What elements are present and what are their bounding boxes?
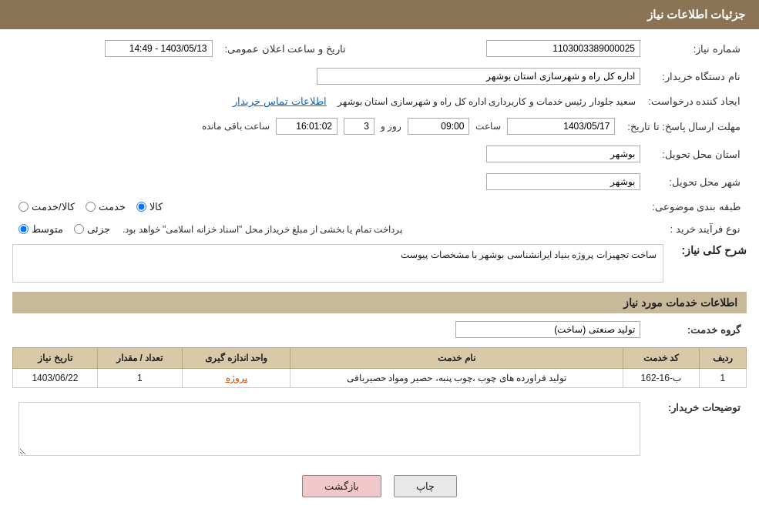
category-khedmat-radio[interactable] [86,202,96,212]
province-label: استان محل تحویل: [646,142,747,166]
creator-label: ایجاد کننده درخواست: [642,92,747,110]
service-group-label: گروه خدمت: [646,318,747,341]
deadline-time-label: ساعت [475,121,501,132]
purchase-motavaset-label: متوسط [32,223,63,235]
purchase-jozi-label: جزئی [87,223,110,235]
cell-date: 1403/06/22 [13,369,98,388]
service-table: ردیف کد خدمت نام خدمت واحد اندازه گیری ت… [12,347,747,388]
cell-code: ب-16-162 [623,369,699,388]
buyer-desc-textarea[interactable] [18,402,640,456]
purchase-jozi-option[interactable]: جزئی [74,223,110,235]
deadline-remaining-input[interactable] [276,118,338,135]
description-box: ساخت تجهیزات پروژه بنیاد ایرانشناسی بوشه… [12,244,663,283]
cell-name: تولید فراورده های چوب ،چوب پنبه، حصیر وم… [291,369,623,388]
need-number-label: شماره نیاز: [646,37,747,60]
col-row: ردیف [699,348,746,369]
deadline-time-input[interactable] [408,118,469,135]
announce-date-input[interactable] [105,40,213,57]
cell-unit[interactable]: پروژه [182,369,291,388]
category-kala-radio[interactable] [136,202,146,212]
service-group-input[interactable] [455,321,640,338]
category-kala-khedmat-radio[interactable] [18,202,29,212]
city-label: شهر محل تحویل: [646,170,747,193]
category-kala-label: کالا [149,201,163,212]
deadline-days-label: روز و [381,121,401,132]
deadline-remaining-label: ساعت باقی مانده [202,121,270,132]
col-date: تاریخ نیاز [13,348,98,369]
back-button[interactable]: بازگشت [302,475,381,497]
purchase-note: پرداخت تمام یا بخشی از مبلغ خریداز محل "… [123,224,402,235]
cell-qty: 1 [97,369,182,388]
col-name: نام خدمت [291,348,623,369]
deadline-label: مهلت ارسال پاسخ: تا تاریخ: [621,115,747,138]
page-title: جزئیات اطلاعات نیاز [647,8,745,21]
page-header: جزئیات اطلاعات نیاز [0,0,759,29]
purchase-type-label: نوع فرآیند خرید : [646,220,747,238]
col-unit: واحد اندازه گیری [182,348,291,369]
category-kala-option[interactable]: کالا [136,201,163,212]
purchase-motavaset-radio[interactable] [18,224,29,234]
category-kala-khedmat-label: کالا/خدمت [32,201,75,212]
city-input[interactable] [486,173,640,190]
category-kala-khedmat-option[interactable]: کالا/خدمت [18,201,75,212]
category-khedmat-option[interactable]: خدمت [86,201,126,212]
creator-value: سعید جلودار رئیس خدمات و کاربرداری اداره… [338,96,636,107]
need-number-input[interactable] [486,40,640,57]
purchase-jozi-radio[interactable] [74,224,84,234]
purchase-motavaset-option[interactable]: متوسط [18,223,63,235]
deadline-date-input[interactable] [507,118,615,135]
table-row: 1 ب-16-162 تولید فراورده های چوب ،چوب پن… [13,369,747,388]
contact-link[interactable]: اطلاعات تماس خریدار [233,95,326,107]
buyer-name-label: نام دستگاه خریدار: [646,65,747,88]
cell-row: 1 [699,369,746,388]
description-label: شرح کلی نیاز: [670,244,747,256]
col-qty: تعداد / مقدار [97,348,182,369]
bottom-buttons: چاپ بازگشت [12,475,747,497]
province-input[interactable] [486,146,640,162]
description-value: ساخت تجهیزات پروژه بنیاد ایرانشناسی بوشه… [401,249,657,260]
buyer-name-input[interactable] [317,68,640,85]
deadline-days-input[interactable] [344,118,374,135]
announce-date-label: تاریخ و ساعت اعلان عمومی: [219,37,361,60]
service-info-title: اطلاعات خدمات مورد نیاز [12,292,747,313]
buyer-desc-label: توضیحات خریدار: [646,396,747,461]
category-label: طبقه بندی موضوعی: [646,198,747,216]
category-khedmat-label: خدمت [99,201,126,212]
print-button[interactable]: چاپ [394,475,457,497]
col-code: کد خدمت [623,348,699,369]
